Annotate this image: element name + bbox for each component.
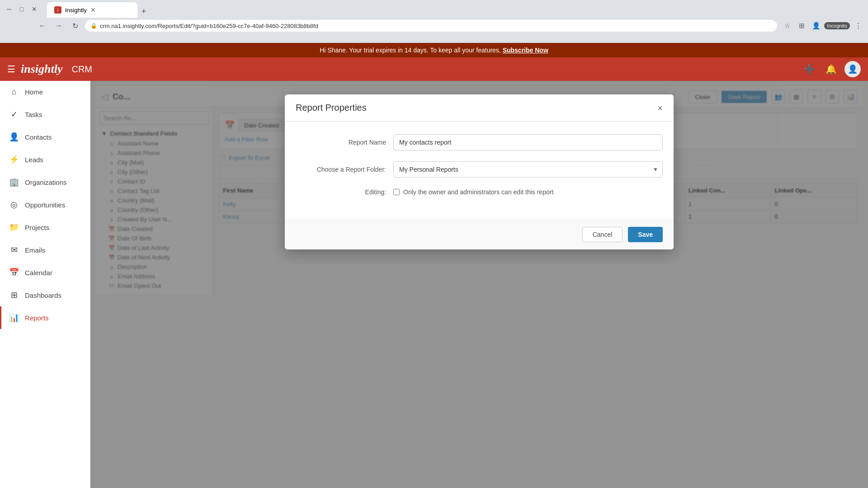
browser-chrome: ─ □ ✕ i Insightly ✕ + ← → ↻ 🔒 crm.na1.in… bbox=[0, 0, 868, 43]
back-button[interactable]: ← bbox=[36, 19, 49, 32]
leads-icon: ⚡ bbox=[9, 155, 19, 164]
editing-row: Editing: Only the owner and administrato… bbox=[296, 188, 663, 196]
ssl-icon: 🔒 bbox=[90, 23, 97, 29]
browser-tab-insightly[interactable]: i Insightly ✕ bbox=[47, 2, 137, 18]
sidebar-item-emails[interactable]: ✉ Emails bbox=[0, 239, 90, 261]
insightly-favicon: i bbox=[54, 6, 61, 14]
sidebar-label-organizations: Organizations bbox=[25, 178, 67, 186]
sidebar-item-home[interactable]: ⌂ Home bbox=[0, 81, 90, 103]
cancel-button[interactable]: Cancel bbox=[582, 227, 623, 242]
app-shell: Hi Shane. Your trial expires in 14 days.… bbox=[0, 43, 868, 488]
tab-title: Insightly bbox=[65, 7, 87, 14]
notifications-button[interactable]: 🔔 bbox=[823, 61, 839, 77]
sidebar-label-tasks: Tasks bbox=[25, 111, 42, 118]
hamburger-button[interactable]: ☰ bbox=[7, 64, 15, 75]
sidebar-item-opportunities[interactable]: ◎ Opportunities bbox=[0, 193, 90, 216]
sidebar-item-dashboards[interactable]: ⊞ Dashboards bbox=[0, 284, 90, 306]
sidebar-label-opportunities: Opportunities bbox=[25, 201, 65, 209]
opportunities-icon: ◎ bbox=[9, 200, 19, 210]
report-properties-modal: Report Properties × Report Name Choose a… bbox=[285, 94, 674, 249]
extensions-button[interactable]: ⊞ bbox=[795, 19, 808, 32]
close-window-button[interactable]: ✕ bbox=[29, 4, 40, 14]
minimize-button[interactable]: ─ bbox=[4, 4, 14, 14]
content-area: ◁ Co... Close Save Report 👥 ▦ ≡ ⊞ 📊 bbox=[90, 81, 868, 488]
avatar-button[interactable]: 👤 bbox=[844, 61, 861, 77]
add-button[interactable]: ➕ bbox=[801, 61, 817, 77]
modal-close-button[interactable]: × bbox=[657, 103, 663, 113]
url-bar[interactable]: 🔒 crm.na1.insightly.com/Reports/Edit/?gu… bbox=[85, 20, 777, 32]
modal-footer: Cancel Save bbox=[285, 219, 674, 249]
sidebar-item-reports[interactable]: 📊 Reports bbox=[0, 306, 90, 329]
url-text: crm.na1.insightly.com/Reports/Edit/?guid… bbox=[100, 23, 318, 29]
tasks-icon: ✓ bbox=[9, 109, 19, 119]
save-button[interactable]: Save bbox=[628, 227, 663, 242]
app-header: ☰ insightly CRM ➕ 🔔 👤 bbox=[0, 57, 868, 81]
sidebar: ⌂ Home ✓ Tasks 👤 Contacts ⚡ Leads 🏢 Orga… bbox=[0, 81, 90, 488]
notification-bar: Hi Shane. Your trial expires in 14 days.… bbox=[0, 43, 868, 57]
sidebar-label-home: Home bbox=[25, 88, 43, 96]
sidebar-item-leads[interactable]: ⚡ Leads bbox=[0, 148, 90, 171]
browser-controls: ─ □ ✕ bbox=[4, 4, 40, 14]
projects-icon: 📁 bbox=[9, 222, 19, 232]
report-folder-select[interactable]: My Personal Reports Shared Reports bbox=[393, 161, 663, 178]
tab-bar: i Insightly ✕ + bbox=[43, 0, 154, 18]
forward-button[interactable]: → bbox=[52, 19, 65, 32]
bookmark-button[interactable]: ☆ bbox=[781, 19, 793, 32]
browser-actions: ☆ ⊞ 👤 Incognito ⋮ bbox=[781, 19, 864, 32]
modal-body: Report Name Choose a Report Folder: My P… bbox=[285, 122, 674, 219]
sidebar-label-projects: Projects bbox=[25, 224, 49, 231]
incognito-badge: Incognito bbox=[824, 22, 850, 29]
organizations-icon: 🏢 bbox=[9, 177, 19, 187]
menu-button[interactable]: ⋮ bbox=[852, 19, 864, 32]
dashboards-icon: ⊞ bbox=[9, 290, 19, 300]
omnibar: ← → ↻ 🔒 crm.na1.insightly.com/Reports/Ed… bbox=[0, 18, 868, 33]
sidebar-item-contacts[interactable]: 👤 Contacts bbox=[0, 126, 90, 148]
browser-title-bar: ─ □ ✕ i Insightly ✕ + bbox=[0, 0, 868, 18]
refresh-button[interactable]: ↻ bbox=[69, 19, 81, 32]
modal-header: Report Properties × bbox=[285, 94, 674, 122]
brand-crm: CRM bbox=[71, 64, 92, 75]
sidebar-label-calendar: Calendar bbox=[25, 269, 52, 277]
sidebar-label-reports: Reports bbox=[25, 314, 49, 322]
main-area: ⌂ Home ✓ Tasks 👤 Contacts ⚡ Leads 🏢 Orga… bbox=[0, 81, 868, 488]
emails-icon: ✉ bbox=[9, 245, 19, 255]
sidebar-item-projects[interactable]: 📁 Projects bbox=[0, 216, 90, 239]
editing-label: Editing: bbox=[296, 188, 386, 196]
sidebar-label-leads: Leads bbox=[25, 156, 43, 164]
report-folder-label: Choose a Report Folder: bbox=[296, 166, 386, 173]
subscribe-link[interactable]: Subscribe Now bbox=[503, 47, 548, 54]
restore-button[interactable]: □ bbox=[16, 4, 27, 14]
tab-close-button[interactable]: ✕ bbox=[90, 6, 96, 14]
modal-title: Report Properties bbox=[296, 103, 367, 113]
report-name-label: Report Name bbox=[296, 139, 386, 146]
sidebar-item-organizations[interactable]: 🏢 Organizations bbox=[0, 171, 90, 193]
brand-logo: insightly bbox=[21, 62, 62, 76]
editing-checkbox-row: Only the owner and administrators can ed… bbox=[393, 188, 553, 196]
report-folder-row: Choose a Report Folder: My Personal Repo… bbox=[296, 161, 663, 178]
editing-checkbox[interactable] bbox=[393, 189, 400, 195]
sidebar-label-emails: Emails bbox=[25, 246, 45, 254]
modal-overlay[interactable]: Report Properties × Report Name Choose a… bbox=[90, 81, 868, 488]
calendar-icon: 📅 bbox=[9, 267, 19, 277]
report-folder-select-wrapper: My Personal Reports Shared Reports ▼ bbox=[393, 161, 663, 178]
notification-text: Hi Shane. Your trial expires in 14 days.… bbox=[320, 47, 501, 54]
sidebar-label-contacts: Contacts bbox=[25, 133, 52, 141]
sidebar-item-tasks[interactable]: ✓ Tasks bbox=[0, 103, 90, 126]
new-tab-button[interactable]: + bbox=[137, 5, 150, 18]
home-icon: ⌂ bbox=[9, 87, 19, 97]
profile-button[interactable]: 👤 bbox=[810, 19, 822, 32]
report-name-input[interactable] bbox=[393, 134, 663, 150]
contacts-icon: 👤 bbox=[9, 132, 19, 142]
report-name-row: Report Name bbox=[296, 134, 663, 150]
sidebar-item-calendar[interactable]: 📅 Calendar bbox=[0, 261, 90, 284]
editing-checkbox-label: Only the owner and administrators can ed… bbox=[403, 188, 553, 196]
reports-icon: 📊 bbox=[9, 313, 19, 323]
sidebar-label-dashboards: Dashboards bbox=[25, 291, 61, 299]
